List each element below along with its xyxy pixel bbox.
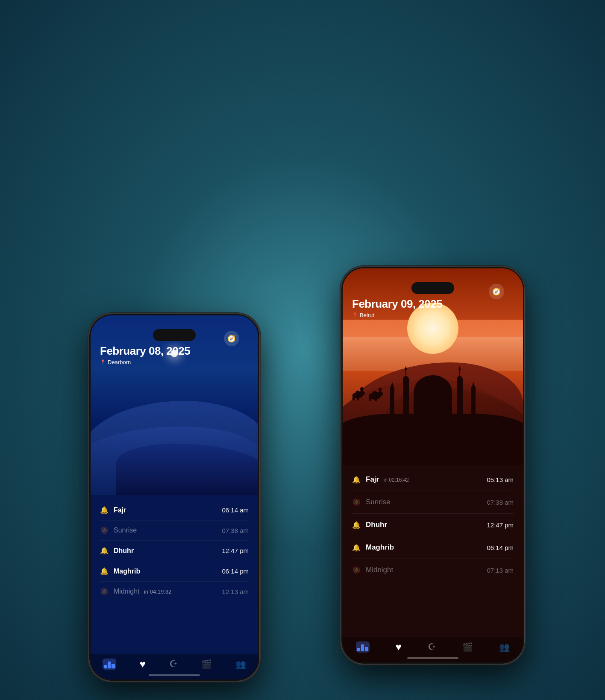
left-fajr-name: Fajr — [114, 506, 126, 514]
left-nav-heart[interactable]: ♥ — [140, 658, 146, 670]
left-prayer-midnight[interactable]: 🔕 Midnight in 04:19:32 12:13 am — [100, 582, 249, 601]
left-dhuhr-time: 12:47 pm — [222, 547, 249, 554]
svg-point-33 — [372, 391, 377, 397]
left-nav-video[interactable]: 🎬 — [201, 659, 212, 669]
right-hero-image: February 09, 2025 📍 Beirut 🧭 — [343, 268, 523, 465]
right-prayer-dhuhr[interactable]: 🔔 Dhuhr 12:47 pm — [352, 514, 514, 536]
right-prayer-dhuhr-left: 🔔 Dhuhr — [352, 521, 387, 529]
left-location: Dearborn — [108, 359, 131, 365]
right-fajr-countdown: in 02:16:42 — [384, 477, 409, 483]
left-nav-chart[interactable] — [103, 659, 116, 670]
right-nav-heart[interactable]: ♥ — [396, 641, 402, 653]
left-nav-quran[interactable]: ☪ — [169, 659, 178, 670]
left-prayer-list: 🔔 Fajr 06:14 am 🔕 Sunrise 07:38 am — [91, 495, 258, 654]
svg-point-26 — [355, 391, 360, 396]
right-people-icon: 👥 — [499, 642, 510, 652]
dynamic-island — [153, 329, 196, 341]
people-icon: 👥 — [235, 659, 246, 669]
video-icon: 🎬 — [201, 659, 212, 669]
left-hero-image: February 08, 2025 📍 Dearborn 🧭 — [91, 315, 258, 495]
right-prayer-sunrise-left: 🔕 Sunrise — [352, 498, 391, 506]
left-sunrise-name: Sunrise — [114, 526, 137, 534]
quran-icon: ☪ — [169, 659, 178, 670]
right-nav-chart[interactable] — [356, 641, 370, 653]
svg-rect-14 — [390, 388, 394, 418]
left-prayer-fajr[interactable]: 🔔 Fajr 06:14 am — [100, 500, 249, 521]
svg-point-18 — [471, 385, 476, 391]
right-phone: February 09, 2025 📍 Beirut 🧭 — [341, 267, 525, 664]
left-sunrise-time: 07:38 am — [222, 527, 249, 534]
right-maghrib-time: 06:14 pm — [487, 544, 514, 551]
bell-off-icon: 🔕 — [100, 526, 109, 534]
left-header: February 08, 2025 📍 Dearborn 🧭 — [100, 323, 249, 365]
right-sunrise-time: 07:38 am — [487, 499, 514, 506]
right-nav-video[interactable]: 🎬 — [462, 642, 473, 652]
left-location-row: 📍 Dearborn — [100, 359, 249, 365]
right-dhuhr-time: 12:47 pm — [487, 521, 514, 529]
right-prayer-sunrise[interactable]: 🔕 Sunrise 07:38 am — [352, 491, 514, 514]
right-location: Beirut — [360, 312, 374, 318]
bell-on-icon: 🔔 — [100, 506, 109, 514]
bell-on-icon-3: 🔔 — [100, 567, 109, 575]
svg-rect-21 — [352, 394, 355, 400]
left-midnight-time: 12:13 am — [222, 588, 249, 595]
left-midnight-countdown: in 04:19:32 — [144, 588, 171, 595]
left-prayer-maghrib-left: 🔔 Maghrib — [100, 567, 140, 575]
bell-on-icon-2: 🔔 — [100, 547, 109, 555]
right-prayer-fajr[interactable]: 🔔 Fajr in 02:16:42 05:13 am — [352, 468, 514, 491]
right-location-row: 📍 Beirut — [352, 312, 514, 318]
svg-point-15 — [390, 385, 394, 391]
svg-point-11 — [420, 397, 429, 404]
right-bell-on-icon-3: 🔔 — [352, 544, 361, 552]
svg-point-13 — [437, 397, 446, 404]
svg-marker-19 — [472, 382, 475, 385]
left-prayer-dhuhr[interactable]: 🔔 Dhuhr 12:47 pm — [100, 541, 249, 561]
right-bell-off-icon: 🔕 — [352, 498, 361, 506]
left-dhuhr-name: Dhuhr — [114, 547, 134, 555]
right-dhuhr-name: Dhuhr — [366, 521, 387, 529]
svg-rect-1 — [414, 392, 452, 418]
left-prayer-maghrib[interactable]: 🔔 Maghrib 06:14 pm — [100, 561, 249, 582]
right-header: February 09, 2025 📍 Beirut 🧭 — [352, 276, 514, 318]
location-pin-icon: 📍 — [100, 359, 106, 365]
right-location-pin-icon: 📍 — [352, 312, 358, 318]
right-phone-screen: February 09, 2025 📍 Beirut 🧭 — [343, 268, 523, 662]
left-maghrib-name: Maghrib — [114, 568, 140, 575]
left-nav-people[interactable]: 👥 — [235, 659, 246, 669]
compass-icon: 🧭 — [227, 335, 236, 343]
left-date: February 08, 2025 — [100, 344, 249, 358]
left-fajr-time: 06:14 am — [222, 506, 249, 514]
left-phone-screen: February 08, 2025 📍 Dearborn 🧭 — [91, 315, 258, 679]
svg-marker-16 — [391, 382, 394, 385]
svg-marker-5 — [405, 366, 407, 370]
left-home-indicator — [149, 674, 200, 676]
right-nav-quran[interactable]: ☪ — [428, 641, 436, 653]
svg-rect-6 — [457, 379, 463, 418]
right-maghrib-name: Maghrib — [366, 543, 394, 552]
right-compass-button[interactable]: 🧭 — [489, 284, 504, 299]
svg-point-3 — [403, 376, 409, 383]
right-bell-on-icon-2: 🔔 — [352, 521, 361, 529]
right-app-screen: February 09, 2025 📍 Beirut 🧭 — [343, 268, 523, 662]
sand-dune-front — [116, 444, 258, 495]
left-phone: February 08, 2025 📍 Dearborn 🧭 — [89, 314, 260, 681]
bell-off-icon-2: 🔕 — [100, 588, 109, 595]
right-video-icon: 🎬 — [462, 642, 473, 652]
right-bell-off-icon-2: 🔕 — [352, 566, 361, 574]
left-prayer-sunrise[interactable]: 🔕 Sunrise 07:38 am — [100, 521, 249, 541]
right-compass-icon: 🧭 — [492, 288, 501, 296]
right-prayer-midnight[interactable]: 🔕 Midnight 07:13 am — [352, 559, 514, 581]
right-fajr-time: 05:13 am — [487, 476, 514, 483]
right-midnight-name: Midnight — [366, 566, 393, 574]
left-app-screen: February 08, 2025 📍 Dearborn 🧭 — [91, 315, 258, 679]
right-prayer-maghrib[interactable]: 🔔 Maghrib 06:14 pm — [352, 536, 514, 559]
right-date: February 09, 2025 — [352, 297, 514, 311]
svg-point-7 — [457, 376, 463, 383]
svg-point-32 — [379, 388, 382, 391]
right-dynamic-island — [411, 282, 454, 294]
left-compass-button[interactable]: 🧭 — [224, 331, 239, 346]
left-prayer-dhuhr-left: 🔔 Dhuhr — [100, 547, 134, 555]
right-fajr-label-group: Fajr in 02:16:42 — [366, 475, 409, 484]
right-nav-people[interactable]: 👥 — [499, 642, 510, 652]
left-midnight-name: Midnight — [114, 588, 139, 595]
